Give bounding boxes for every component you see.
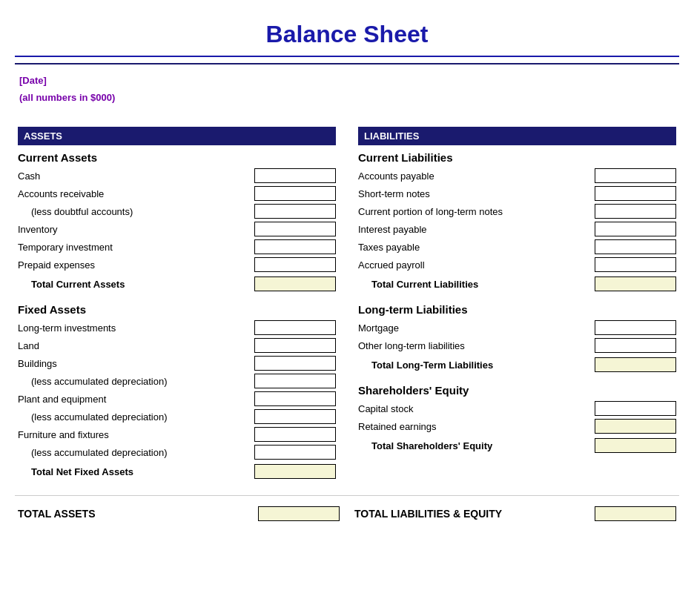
list-item: (less accumulated depreciation) <box>18 372 336 390</box>
list-item: Taxes payable <box>358 238 676 256</box>
total-assets-row: TOTAL ASSETS <box>18 503 340 524</box>
list-item: Land <box>18 337 336 354</box>
less-doubtful-input[interactable] <box>254 204 336 219</box>
prepaid-expenses-input[interactable] <box>254 257 336 272</box>
total-shareholders-equity-row: Total Shareholders' Equity <box>358 435 676 454</box>
total-current-liabilities-row: Total Current Liabilities <box>358 274 676 293</box>
list-item: Inventory <box>18 220 336 238</box>
total-current-assets-row: Total Current Assets <box>18 274 336 293</box>
list-item: Cash <box>18 167 336 185</box>
total-assets-input[interactable] <box>258 506 340 521</box>
total-current-liabilities-input[interactable] <box>595 276 676 291</box>
subtitle-date: [Date] <box>15 70 679 87</box>
total-longterm-liabilities-input[interactable] <box>595 357 676 372</box>
list-item: Long-term investments <box>18 319 336 337</box>
accrued-payroll-input[interactable] <box>595 257 676 272</box>
list-item: (less accumulated depreciation) <box>18 443 336 461</box>
other-longterm-liabilities-input[interactable] <box>595 338 676 353</box>
current-liabilities-title: Current Liabilities <box>358 151 676 164</box>
list-item: Short-term notes <box>358 185 676 202</box>
fixed-assets-title: Fixed Assets <box>18 303 336 316</box>
land-input[interactable] <box>254 338 336 353</box>
plant-equipment-input[interactable] <box>254 391 336 406</box>
list-item: Current portion of long-term notes <box>358 202 676 220</box>
cash-input[interactable] <box>254 168 336 183</box>
total-liabilities-equity-input[interactable] <box>595 506 676 521</box>
list-item: Interest payable <box>358 220 676 238</box>
list-item: (less accumulated depreciation) <box>18 408 336 425</box>
list-item: Prepaid expenses <box>18 256 336 274</box>
subtitle-numbers: (all numbers in $000) <box>15 87 679 105</box>
list-item: (less doubtful accounts) <box>18 202 336 220</box>
buildings-input[interactable] <box>254 356 336 371</box>
assets-header: ASSETS <box>18 127 336 145</box>
total-liabilities-equity-row: TOTAL LIABILITIES & EQUITY <box>354 503 676 524</box>
interest-payable-input[interactable] <box>595 222 676 236</box>
accounts-payable-input[interactable] <box>595 168 676 183</box>
list-item: Buildings <box>18 354 336 372</box>
list-item: Other long-term liabilities <box>358 337 676 354</box>
list-item: Accounts receivable <box>18 185 336 202</box>
total-shareholders-equity-input[interactable] <box>595 438 676 453</box>
longterm-investments-input[interactable] <box>254 320 336 335</box>
list-item: Capital stock <box>358 400 676 417</box>
less-accum-dep-furniture-input[interactable] <box>254 445 336 460</box>
temporary-investment-input[interactable] <box>254 239 336 254</box>
mortgage-input[interactable] <box>595 320 676 335</box>
accounts-receivable-input[interactable] <box>254 186 336 201</box>
shareholders-equity-title: Shareholders' Equity <box>358 384 676 397</box>
list-item: Retained earnings <box>358 417 676 435</box>
total-net-fixed-assets-row: Total Net Fixed Assets <box>18 461 336 480</box>
furniture-fixtures-input[interactable] <box>254 427 336 442</box>
list-item: Furniture and fixtures <box>18 425 336 443</box>
list-item: Mortgage <box>358 319 676 337</box>
longterm-liabilities-title: Long-term Liabilities <box>358 303 676 316</box>
total-longterm-liabilities-row: Total Long-Term Liabilities <box>358 354 676 374</box>
total-current-assets-input[interactable] <box>254 276 336 291</box>
taxes-payable-input[interactable] <box>595 239 676 254</box>
current-assets-title: Current Assets <box>18 151 336 164</box>
less-accum-dep-buildings-input[interactable] <box>254 374 336 388</box>
short-term-notes-input[interactable] <box>595 186 676 201</box>
liabilities-header: LIABILITIES <box>358 127 676 145</box>
inventory-input[interactable] <box>254 222 336 236</box>
list-item: Accrued payroll <box>358 256 676 274</box>
list-item: Accounts payable <box>358 167 676 185</box>
list-item: Plant and equipment <box>18 390 336 408</box>
list-item: Temporary investment <box>18 238 336 256</box>
page-title: Balance Sheet <box>15 7 679 57</box>
less-accum-dep-plant-input[interactable] <box>254 409 336 424</box>
retained-earnings-input[interactable] <box>595 419 676 434</box>
total-net-fixed-assets-input[interactable] <box>254 464 336 479</box>
capital-stock-input[interactable] <box>595 401 676 416</box>
current-portion-longterm-input[interactable] <box>595 204 676 219</box>
